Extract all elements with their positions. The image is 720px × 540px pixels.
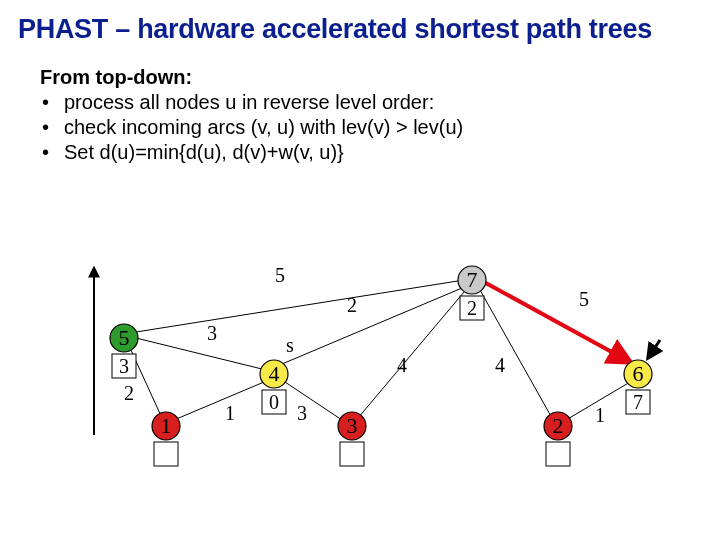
edge-1a-4-label: 1 — [225, 402, 235, 424]
bullet-2: •check incoming arcs (v, u) with lev(v) … — [40, 115, 720, 140]
node-6-dist: 7 — [633, 391, 643, 413]
s-label: s — [286, 334, 294, 356]
edge-5-4-label: 3 — [207, 322, 217, 344]
edge-5-1a-label: 2 — [124, 382, 134, 404]
edge-7-6-highlight — [484, 282, 630, 362]
edge-7-2-label: 4 — [495, 354, 505, 376]
node-2-distbox — [546, 442, 570, 466]
node-4-label: 4 — [269, 361, 280, 386]
pointer-to-6 — [648, 340, 660, 358]
edge-4-3-label: 3 — [297, 402, 307, 424]
svg-line-7 — [480, 290, 552, 418]
svg-line-6 — [358, 292, 464, 418]
node-6-label: 6 — [633, 361, 644, 386]
node-5-label: 5 — [119, 325, 130, 350]
node-1-left-label: 1 — [161, 413, 172, 438]
svg-line-0 — [136, 280, 464, 332]
graph-diagram: level 5 3 2 1 2 3 4 4 5 1 s 5 3 1 4 0 3 — [72, 260, 672, 470]
node-4-dist: 0 — [269, 391, 279, 413]
svg-line-5 — [282, 380, 342, 420]
slide-title: PHAST – hardware accelerated shortest pa… — [0, 0, 720, 45]
svg-line-1 — [136, 338, 266, 370]
node-1-left-distbox — [154, 442, 178, 466]
node-2-label: 2 — [553, 413, 564, 438]
body-text: From top-down: •process all nodes u in r… — [0, 45, 720, 165]
level-axis-label: level — [72, 356, 76, 395]
node-5-dist: 3 — [119, 355, 129, 377]
edge-2-6-label: 1 — [595, 404, 605, 426]
node-3-distbox — [340, 442, 364, 466]
edge-4-7-label: 2 — [347, 294, 357, 316]
edge-3-7-label: 4 — [397, 354, 407, 376]
bullet-3: •Set d(u)=min{d(u), d(v)+w(v, u)} — [40, 140, 720, 165]
bullet-1: •process all nodes u in reverse level or… — [40, 90, 720, 115]
edge-5-7-label: 5 — [275, 264, 285, 286]
node-7-label: 7 — [467, 267, 478, 292]
edge-7-6-label: 5 — [579, 288, 589, 310]
node-7-dist: 2 — [467, 297, 477, 319]
topdown-heading: From top-down: — [40, 65, 720, 90]
svg-line-3 — [174, 382, 264, 420]
node-3-label: 3 — [347, 413, 358, 438]
